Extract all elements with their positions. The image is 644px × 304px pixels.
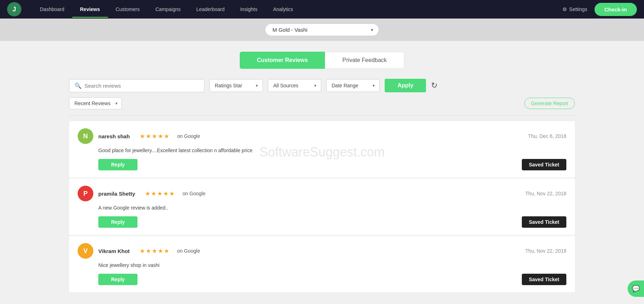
review-card: P pramila Shetty ★★★★★ on Google Thu, No… <box>69 179 575 235</box>
saved-ticket-button[interactable]: Saved Ticket <box>522 159 566 170</box>
generate-report-button[interactable]: Generate Report <box>524 98 575 109</box>
review-footer: Reply Saved Ticket <box>98 159 566 170</box>
review-date: Thu, Dec 6, 2018 <box>528 133 566 139</box>
review-footer: Reply Saved Ticket <box>98 274 566 285</box>
chat-icon: 💬 <box>632 285 640 293</box>
review-header-left: P pramila Shetty ★★★★★ on Google <box>78 186 206 201</box>
nav-item-customers[interactable]: Customers <box>108 1 148 18</box>
store-bar: M Gold - VashiM Gold - ThaneM Gold - And… <box>0 19 644 41</box>
star-icon: ★ <box>163 190 168 197</box>
star-icon: ★ <box>164 133 169 140</box>
filter-row: 🔍 Ratings Star 1 Star 2 Stars 3 Stars 4 … <box>69 79 575 92</box>
logo[interactable]: J <box>7 2 21 16</box>
chat-bubble[interactable]: 💬 <box>628 280 644 297</box>
star-icon: ★ <box>140 133 145 140</box>
ratings-select[interactable]: Ratings Star 1 Star 2 Stars 3 Stars 4 St… <box>209 79 263 92</box>
gear-icon: ⚙ <box>562 6 567 12</box>
settings-nav-item[interactable]: ⚙ Settings <box>562 6 587 12</box>
ratings-select-wrap: Ratings Star 1 Star 2 Stars 3 Stars 4 St… <box>209 79 263 92</box>
navbar: J DashboardReviewsCustomersCampaignsLead… <box>0 0 644 19</box>
review-header-left: N naresh shah ★★★★★ on Google <box>78 128 200 144</box>
date-select[interactable]: Date Range Last 7 days Last 30 days Last… <box>326 79 380 92</box>
reply-button[interactable]: Reply <box>98 216 137 228</box>
star-icon: ★ <box>145 190 150 197</box>
search-icon: 🔍 <box>74 82 82 89</box>
review-header: N naresh shah ★★★★★ on Google Thu, Dec 6… <box>78 128 566 144</box>
reply-button[interactable]: Reply <box>98 274 137 285</box>
recent-select[interactable]: Recent Reviews Oldest First Highest Rate… <box>69 97 122 109</box>
star-icon: ★ <box>146 247 151 255</box>
star-icon: ★ <box>158 133 163 140</box>
reviewer-name: pramila Shetty <box>98 191 135 197</box>
star-icon: ★ <box>164 247 169 255</box>
nav-item-analytics[interactable]: Analytics <box>265 1 301 18</box>
apply-button[interactable]: Apply <box>385 79 426 92</box>
star-icon: ★ <box>152 133 157 140</box>
date-select-wrap: Date Range Last 7 days Last 30 days Last… <box>326 79 380 92</box>
star-icon: ★ <box>158 247 163 255</box>
reviewer-name: naresh shah <box>98 133 130 139</box>
nav-item-insights[interactable]: Insights <box>232 1 265 18</box>
review-source: on Google <box>182 191 206 196</box>
reviews-list: N naresh shah ★★★★★ on Google Thu, Dec 6… <box>69 121 575 293</box>
star-icon: ★ <box>157 190 162 197</box>
star-icon: ★ <box>140 247 145 255</box>
review-body: Good place for jewellery....Excellent la… <box>98 148 566 153</box>
search-input[interactable] <box>84 83 199 89</box>
star-icon: ★ <box>152 247 157 255</box>
reviewer-name: Vikram Khot <box>98 248 130 254</box>
saved-ticket-button[interactable]: Saved Ticket <box>522 274 566 285</box>
review-header: V Vikram Khot ★★★★★ on Google Thu, Nov 2… <box>78 243 566 259</box>
review-body: Nice jewellery shop in vashi <box>98 262 566 268</box>
sources-select[interactable]: All Sources Google Facebook Yelp <box>268 79 321 92</box>
reply-button[interactable]: Reply <box>98 159 137 170</box>
review-source: on Google <box>177 133 200 139</box>
review-card: V Vikram Khot ★★★★★ on Google Thu, Nov 2… <box>69 236 575 293</box>
nav-links: DashboardReviewsCustomersCampaignsLeader… <box>32 1 559 18</box>
avatar: P <box>78 186 93 201</box>
nav-item-campaigns[interactable]: Campaigns <box>147 1 188 18</box>
divider <box>69 115 575 115</box>
star-rating: ★★★★★ <box>140 247 169 255</box>
refresh-button[interactable]: ↻ <box>431 81 437 90</box>
checkin-button[interactable]: Check-in <box>594 3 637 16</box>
avatar: V <box>78 243 93 259</box>
tab-private-feedback[interactable]: Private Feedback <box>325 52 404 69</box>
store-selector[interactable]: M Gold - VashiM Gold - ThaneM Gold - And… <box>265 24 379 36</box>
review-date: Thu, Nov 22, 2018 <box>525 191 566 196</box>
star-icon: ★ <box>146 133 151 140</box>
star-rating: ★★★★★ <box>145 190 175 197</box>
search-wrap: 🔍 <box>69 79 204 92</box>
tab-customer-reviews[interactable]: Customer Reviews <box>240 52 325 69</box>
tabs-row: Customer Reviews Private Feedback <box>69 52 575 69</box>
review-header: P pramila Shetty ★★★★★ on Google Thu, No… <box>78 186 566 201</box>
review-card: N naresh shah ★★★★★ on Google Thu, Dec 6… <box>69 121 575 178</box>
settings-label: Settings <box>569 6 587 12</box>
avatar: N <box>78 128 93 144</box>
recent-select-wrap: Recent Reviews Oldest First Highest Rate… <box>69 97 122 109</box>
nav-item-leaderboard[interactable]: Leaderboard <box>188 1 232 18</box>
review-date: Thu, Nov 22, 2018 <box>525 248 566 254</box>
refresh-icon: ↻ <box>431 81 437 90</box>
star-icon: ★ <box>151 190 156 197</box>
second-filter-row: Recent Reviews Oldest First Highest Rate… <box>69 97 575 109</box>
review-header-left: V Vikram Khot ★★★★★ on Google <box>78 243 200 259</box>
sources-select-wrap: All Sources Google Facebook Yelp <box>268 79 321 92</box>
star-icon: ★ <box>169 190 175 197</box>
review-footer: Reply Saved Ticket <box>98 216 566 228</box>
nav-item-dashboard[interactable]: Dashboard <box>32 1 72 18</box>
review-source: on Google <box>177 248 200 254</box>
store-selector-wrap: M Gold - VashiM Gold - ThaneM Gold - And… <box>265 24 379 36</box>
nav-item-reviews[interactable]: Reviews <box>72 1 108 18</box>
star-rating: ★★★★★ <box>140 133 169 140</box>
saved-ticket-button[interactable]: Saved Ticket <box>522 216 566 228</box>
review-body: A new Google review is added.. <box>98 205 566 211</box>
main-content: Customer Reviews Private Feedback 🔍 Rati… <box>62 41 582 300</box>
